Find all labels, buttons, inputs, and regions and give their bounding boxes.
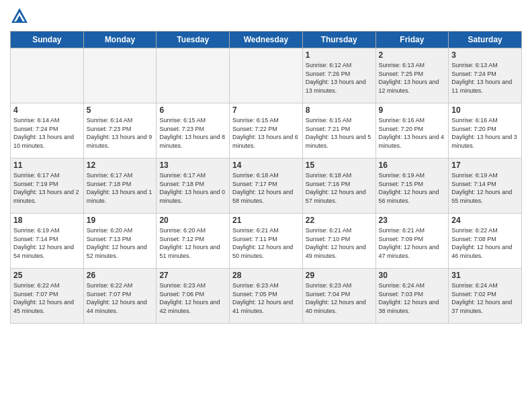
day-number: 14 bbox=[232, 161, 300, 170]
day-number: 29 bbox=[306, 271, 373, 280]
day-info: Sunrise: 6:17 AM Sunset: 7:19 PM Dayligh… bbox=[13, 171, 81, 205]
day-number: 22 bbox=[306, 216, 373, 225]
day-number: 15 bbox=[306, 161, 373, 170]
calendar-cell: 17Sunrise: 6:19 AM Sunset: 7:14 PM Dayli… bbox=[449, 158, 522, 214]
day-info: Sunrise: 6:14 AM Sunset: 7:23 PM Dayligh… bbox=[87, 116, 154, 150]
day-info: Sunrise: 6:12 AM Sunset: 7:26 PM Dayligh… bbox=[306, 61, 373, 95]
calendar-cell: 1Sunrise: 6:12 AM Sunset: 7:26 PM Daylig… bbox=[302, 48, 375, 103]
calendar-week: 25Sunrise: 6:22 AM Sunset: 7:07 PM Dayli… bbox=[11, 269, 522, 324]
calendar-cell: 26Sunrise: 6:22 AM Sunset: 7:07 PM Dayli… bbox=[83, 269, 157, 324]
day-info: Sunrise: 6:15 AM Sunset: 7:21 PM Dayligh… bbox=[306, 116, 373, 150]
calendar-cell: 11Sunrise: 6:17 AM Sunset: 7:19 PM Dayli… bbox=[11, 158, 84, 214]
calendar-cell: 23Sunrise: 6:21 AM Sunset: 7:09 PM Dayli… bbox=[375, 214, 449, 269]
calendar-cell: 28Sunrise: 6:23 AM Sunset: 7:05 PM Dayli… bbox=[230, 269, 303, 324]
day-info: Sunrise: 6:15 AM Sunset: 7:22 PM Dayligh… bbox=[232, 116, 300, 150]
calendar-week: 1Sunrise: 6:12 AM Sunset: 7:26 PM Daylig… bbox=[11, 48, 522, 103]
day-info: Sunrise: 6:22 AM Sunset: 7:07 PM Dayligh… bbox=[87, 281, 154, 315]
header-row: SundayMondayTuesdayWednesdayThursdayFrid… bbox=[11, 32, 522, 48]
calendar-cell: 18Sunrise: 6:19 AM Sunset: 7:14 PM Dayli… bbox=[11, 214, 84, 269]
day-number: 18 bbox=[13, 216, 81, 225]
day-number: 4 bbox=[13, 105, 81, 115]
calendar-cell: 15Sunrise: 6:18 AM Sunset: 7:16 PM Dayli… bbox=[302, 158, 375, 214]
day-info: Sunrise: 6:20 AM Sunset: 7:12 PM Dayligh… bbox=[159, 226, 226, 260]
day-number: 1 bbox=[306, 50, 373, 60]
day-number: 30 bbox=[379, 271, 446, 280]
day-number: 28 bbox=[232, 271, 300, 280]
day-info: Sunrise: 6:22 AM Sunset: 7:07 PM Dayligh… bbox=[13, 281, 81, 315]
logo bbox=[10, 7, 32, 26]
day-info: Sunrise: 6:19 AM Sunset: 7:14 PM Dayligh… bbox=[451, 171, 519, 205]
calendar-cell: 6Sunrise: 6:15 AM Sunset: 7:23 PM Daylig… bbox=[157, 103, 230, 158]
calendar-cell: 7Sunrise: 6:15 AM Sunset: 7:22 PM Daylig… bbox=[230, 103, 303, 158]
day-number: 7 bbox=[232, 105, 300, 115]
calendar-cell: 12Sunrise: 6:17 AM Sunset: 7:18 PM Dayli… bbox=[83, 158, 157, 214]
day-info: Sunrise: 6:17 AM Sunset: 7:18 PM Dayligh… bbox=[159, 171, 226, 205]
calendar-cell bbox=[83, 48, 157, 103]
calendar-cell: 13Sunrise: 6:17 AM Sunset: 7:18 PM Dayli… bbox=[157, 158, 230, 214]
calendar-week: 11Sunrise: 6:17 AM Sunset: 7:19 PM Dayli… bbox=[11, 158, 522, 214]
day-info: Sunrise: 6:18 AM Sunset: 7:17 PM Dayligh… bbox=[232, 171, 300, 205]
day-number: 5 bbox=[87, 105, 154, 115]
calendar-cell: 5Sunrise: 6:14 AM Sunset: 7:23 PM Daylig… bbox=[83, 103, 157, 158]
calendar-cell: 20Sunrise: 6:20 AM Sunset: 7:12 PM Dayli… bbox=[157, 214, 230, 269]
calendar-cell: 21Sunrise: 6:21 AM Sunset: 7:11 PM Dayli… bbox=[230, 214, 303, 269]
day-number: 10 bbox=[451, 105, 519, 115]
day-info: Sunrise: 6:23 AM Sunset: 7:04 PM Dayligh… bbox=[306, 281, 373, 315]
calendar-cell: 30Sunrise: 6:24 AM Sunset: 7:03 PM Dayli… bbox=[375, 269, 449, 324]
day-number: 20 bbox=[159, 216, 226, 225]
calendar-cell: 24Sunrise: 6:22 AM Sunset: 7:08 PM Dayli… bbox=[449, 214, 522, 269]
day-info: Sunrise: 6:23 AM Sunset: 7:05 PM Dayligh… bbox=[232, 281, 300, 315]
calendar-cell: 9Sunrise: 6:16 AM Sunset: 7:20 PM Daylig… bbox=[375, 103, 449, 158]
day-number: 27 bbox=[159, 271, 226, 280]
day-number: 13 bbox=[159, 161, 226, 170]
calendar-week: 4Sunrise: 6:14 AM Sunset: 7:24 PM Daylig… bbox=[11, 103, 522, 158]
calendar-cell: 27Sunrise: 6:23 AM Sunset: 7:06 PM Dayli… bbox=[157, 269, 230, 324]
day-info: Sunrise: 6:13 AM Sunset: 7:25 PM Dayligh… bbox=[379, 61, 446, 95]
day-header: Wednesday bbox=[230, 32, 303, 48]
logo-icon bbox=[10, 7, 29, 26]
day-number: 9 bbox=[379, 105, 446, 115]
calendar-cell: 4Sunrise: 6:14 AM Sunset: 7:24 PM Daylig… bbox=[11, 103, 84, 158]
day-number: 11 bbox=[13, 161, 81, 170]
day-info: Sunrise: 6:19 AM Sunset: 7:15 PM Dayligh… bbox=[379, 171, 446, 205]
calendar-table: SundayMondayTuesdayWednesdayThursdayFrid… bbox=[10, 31, 522, 324]
calendar-cell: 2Sunrise: 6:13 AM Sunset: 7:25 PM Daylig… bbox=[375, 48, 449, 103]
day-info: Sunrise: 6:21 AM Sunset: 7:09 PM Dayligh… bbox=[379, 226, 446, 260]
day-number: 31 bbox=[451, 271, 519, 280]
day-number: 2 bbox=[379, 50, 446, 60]
day-number: 17 bbox=[451, 161, 519, 170]
day-number: 12 bbox=[87, 161, 154, 170]
day-info: Sunrise: 6:21 AM Sunset: 7:10 PM Dayligh… bbox=[306, 226, 373, 260]
day-info: Sunrise: 6:15 AM Sunset: 7:23 PM Dayligh… bbox=[159, 116, 226, 150]
day-header: Tuesday bbox=[157, 32, 230, 48]
calendar-cell: 22Sunrise: 6:21 AM Sunset: 7:10 PM Dayli… bbox=[302, 214, 375, 269]
day-info: Sunrise: 6:13 AM Sunset: 7:24 PM Dayligh… bbox=[451, 61, 519, 95]
day-header: Friday bbox=[375, 32, 449, 48]
day-info: Sunrise: 6:19 AM Sunset: 7:14 PM Dayligh… bbox=[13, 226, 81, 260]
calendar-cell bbox=[11, 48, 84, 103]
calendar-cell: 31Sunrise: 6:24 AM Sunset: 7:02 PM Dayli… bbox=[449, 269, 522, 324]
calendar-cell bbox=[230, 48, 303, 103]
day-number: 16 bbox=[379, 161, 446, 170]
calendar-cell bbox=[157, 48, 230, 103]
page-header bbox=[10, 7, 522, 26]
day-info: Sunrise: 6:17 AM Sunset: 7:18 PM Dayligh… bbox=[87, 171, 154, 205]
day-number: 8 bbox=[306, 105, 373, 115]
day-info: Sunrise: 6:23 AM Sunset: 7:06 PM Dayligh… bbox=[159, 281, 226, 315]
day-number: 25 bbox=[13, 271, 81, 280]
calendar-week: 18Sunrise: 6:19 AM Sunset: 7:14 PM Dayli… bbox=[11, 214, 522, 269]
calendar-cell: 3Sunrise: 6:13 AM Sunset: 7:24 PM Daylig… bbox=[449, 48, 522, 103]
day-number: 6 bbox=[159, 105, 226, 115]
day-info: Sunrise: 6:16 AM Sunset: 7:20 PM Dayligh… bbox=[451, 116, 519, 150]
day-number: 26 bbox=[87, 271, 154, 280]
page-container: SundayMondayTuesdayWednesdayThursdayFrid… bbox=[0, 0, 532, 330]
day-info: Sunrise: 6:24 AM Sunset: 7:03 PM Dayligh… bbox=[379, 281, 446, 315]
day-info: Sunrise: 6:18 AM Sunset: 7:16 PM Dayligh… bbox=[306, 171, 373, 205]
day-number: 19 bbox=[87, 216, 154, 225]
day-info: Sunrise: 6:14 AM Sunset: 7:24 PM Dayligh… bbox=[13, 116, 81, 150]
calendar-cell: 29Sunrise: 6:23 AM Sunset: 7:04 PM Dayli… bbox=[302, 269, 375, 324]
day-info: Sunrise: 6:21 AM Sunset: 7:11 PM Dayligh… bbox=[232, 226, 300, 260]
day-number: 21 bbox=[232, 216, 300, 225]
day-number: 3 bbox=[451, 50, 519, 60]
day-info: Sunrise: 6:16 AM Sunset: 7:20 PM Dayligh… bbox=[379, 116, 446, 150]
